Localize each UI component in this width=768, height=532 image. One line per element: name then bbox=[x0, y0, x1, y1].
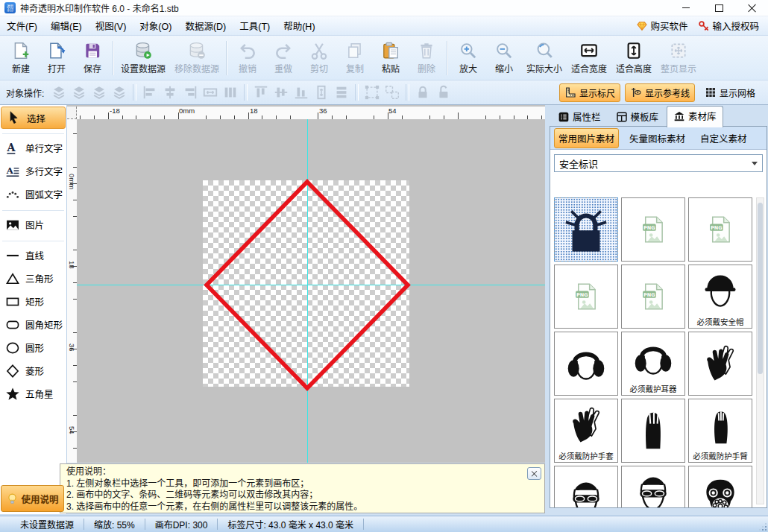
material-goggles[interactable] bbox=[554, 466, 618, 508]
panel-scrollbar[interactable] bbox=[756, 197, 764, 504]
circle-tool[interactable]: 圆形 bbox=[0, 336, 66, 359]
image-tool[interactable]: 图片 bbox=[0, 213, 66, 236]
align-middle-icon[interactable] bbox=[272, 83, 290, 101]
material-png[interactable] bbox=[554, 265, 618, 329]
menu-edit[interactable]: 编辑(E) bbox=[44, 16, 89, 35]
ruler-label: 0mm bbox=[68, 174, 75, 189]
arc-text-tool[interactable]: 圆弧文字 bbox=[0, 183, 66, 206]
distribute-horizontal-icon[interactable] bbox=[221, 83, 239, 101]
single-line-text-tool[interactable]: 单行文字 bbox=[0, 136, 66, 159]
same-height-icon[interactable] bbox=[312, 83, 330, 101]
lock-icon[interactable] bbox=[414, 83, 432, 101]
material-png[interactable] bbox=[688, 197, 752, 262]
maximize-button[interactable] bbox=[702, 0, 735, 16]
menu-help[interactable]: 帮助(H) bbox=[277, 16, 321, 35]
set-datasource-button[interactable]: 设置数据源 bbox=[116, 38, 170, 77]
align-top-icon[interactable] bbox=[252, 83, 270, 101]
object-op-icon[interactable] bbox=[406, 84, 409, 101]
material-gloves[interactable] bbox=[688, 332, 752, 396]
zoom-out-button[interactable]: 缩小 bbox=[486, 38, 522, 77]
toggle-show-grid[interactable]: 显示网格 bbox=[699, 83, 761, 102]
subtab-common-images[interactable]: 常用图片素材 bbox=[554, 128, 619, 148]
material-png[interactable] bbox=[621, 265, 685, 329]
canvas-viewport[interactable] bbox=[77, 119, 545, 463]
delete-button[interactable]: 删除 bbox=[409, 38, 444, 77]
full-page-button[interactable]: 整页显示 bbox=[656, 38, 701, 77]
select-tool[interactable]: 选择 bbox=[1, 107, 66, 129]
unlock-icon[interactable] bbox=[434, 83, 452, 101]
send-to-back-icon[interactable] bbox=[110, 83, 128, 101]
triangle-tool[interactable]: 三角形 bbox=[0, 267, 66, 290]
star-tool[interactable]: 五角星 bbox=[0, 382, 66, 405]
send-backward-icon[interactable] bbox=[90, 83, 108, 101]
help-button[interactable]: 使用说明 bbox=[1, 485, 64, 512]
fit-width-button[interactable]: 适合宽度 bbox=[567, 38, 611, 77]
tool-item[interactable] bbox=[2, 129, 64, 134]
toggle-show-guides[interactable]: 显示参考线 bbox=[625, 83, 695, 102]
minimize-button[interactable] bbox=[670, 0, 702, 16]
fit-height-button[interactable]: 适合高度 bbox=[611, 38, 656, 77]
tool-item[interactable] bbox=[2, 236, 64, 241]
object-op-icon[interactable] bbox=[355, 84, 359, 101]
ruler-label: 54 bbox=[388, 107, 397, 115]
material-helmet[interactable]: 必须戴安全帽 bbox=[688, 265, 752, 329]
help-close-button[interactable] bbox=[527, 467, 541, 480]
group-icon[interactable] bbox=[363, 83, 381, 101]
material-long-glove[interactable] bbox=[621, 399, 685, 463]
diamond-tool[interactable]: 菱形 bbox=[0, 359, 66, 382]
enter-license-link[interactable]: 输入授权码 bbox=[695, 17, 762, 34]
material-lock[interactable] bbox=[554, 197, 618, 262]
remove-datasource-button[interactable]: 移除数据源 bbox=[170, 38, 224, 77]
tool-item[interactable] bbox=[2, 206, 64, 211]
align-left-icon[interactable] bbox=[141, 83, 159, 101]
menu-file[interactable]: 文件(F) bbox=[0, 16, 44, 35]
material-earmuffs[interactable] bbox=[554, 332, 618, 396]
material-goggles-labeled[interactable]: 必须戴防护眼镜 bbox=[621, 466, 685, 508]
material-gloves-labeled[interactable]: 必须戴防护手套 bbox=[554, 399, 618, 463]
save-button[interactable]: 保存 bbox=[75, 38, 110, 77]
bring-to-front-icon[interactable] bbox=[50, 83, 68, 101]
menu-view[interactable]: 视图(V) bbox=[89, 16, 133, 35]
material-gas-mask[interactable] bbox=[688, 466, 752, 508]
rectangle-tool[interactable]: 矩形 bbox=[0, 290, 66, 313]
copy-button[interactable]: 复制 bbox=[337, 38, 373, 77]
actual-size-button[interactable]: 实际大小 bbox=[522, 38, 567, 77]
tab-materials[interactable]: 素材库 bbox=[667, 106, 723, 127]
tab-properties[interactable]: 属性栏 bbox=[551, 107, 608, 127]
buy-software-link[interactable]: 购买软件 bbox=[633, 17, 690, 34]
cut-button[interactable]: 剪切 bbox=[301, 38, 337, 77]
paste-button[interactable]: 粘贴 bbox=[373, 38, 409, 77]
subtab-custom[interactable]: 自定义素材 bbox=[696, 128, 752, 148]
align-center-icon[interactable] bbox=[161, 83, 179, 101]
distribute-vertical-icon[interactable] bbox=[333, 83, 350, 101]
line-tool[interactable]: 直线 bbox=[0, 244, 66, 267]
close-button[interactable] bbox=[735, 0, 768, 16]
material-arm-protection[interactable]: 必须戴防护手臂 bbox=[688, 399, 752, 463]
menu-datasource[interactable]: 数据源(D) bbox=[178, 16, 233, 35]
object-op-icon[interactable] bbox=[133, 84, 136, 101]
ungroup-icon[interactable] bbox=[383, 83, 401, 101]
tab-templates[interactable]: 模板库 bbox=[609, 107, 666, 127]
resize-grip[interactable] bbox=[759, 523, 767, 531]
align-right-icon[interactable] bbox=[181, 83, 199, 101]
open-button[interactable]: 打开 bbox=[39, 38, 75, 77]
align-bottom-icon[interactable] bbox=[292, 83, 310, 101]
material-category-select[interactable]: 安全标识 bbox=[554, 154, 763, 172]
zoom-in-button[interactable]: 放大 bbox=[450, 38, 486, 77]
scrollbar-thumb[interactable] bbox=[758, 203, 763, 374]
bring-forward-icon[interactable] bbox=[70, 83, 88, 101]
rounded-rectangle-tool[interactable]: 圆角矩形 bbox=[0, 313, 66, 336]
new-button[interactable]: 新建 bbox=[3, 38, 39, 77]
toggle-show-ruler[interactable]: 显示标尺 bbox=[559, 83, 620, 102]
redo-button[interactable]: 重做 bbox=[265, 38, 301, 77]
menu-tools[interactable]: 工具(T) bbox=[233, 16, 277, 35]
subtab-vector-icons[interactable]: 矢量图标素材 bbox=[625, 128, 690, 148]
object-op-icon[interactable] bbox=[244, 84, 248, 101]
menu-object[interactable]: 对象(O) bbox=[133, 16, 178, 35]
material-earmuffs-labeled[interactable]: 必须戴护耳器 bbox=[621, 332, 685, 396]
multi-line-text-tool[interactable]: 多行文字 bbox=[0, 159, 66, 183]
horizontal-ruler: -180mm183654 bbox=[77, 107, 545, 119]
material-png[interactable] bbox=[621, 197, 685, 262]
undo-button[interactable]: 撤销 bbox=[230, 38, 265, 77]
same-width-icon[interactable] bbox=[201, 83, 219, 101]
